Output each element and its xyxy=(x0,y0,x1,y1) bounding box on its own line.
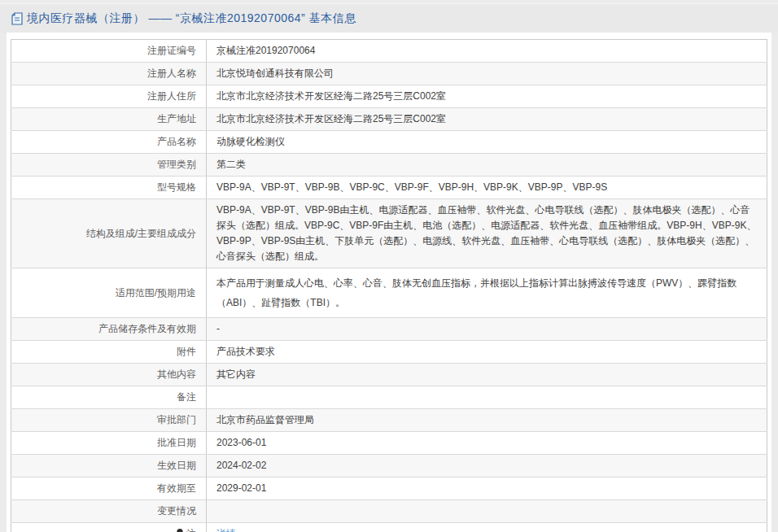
row-label-text: 注册证编号 xyxy=(147,45,196,56)
row-value: 2029-02-01 xyxy=(207,477,767,500)
table-row: 适用范围/预期用途本产品用于测量成人心电、心率、心音、肢体无创血压指标，并根据以… xyxy=(11,268,767,318)
row-label-text: 变更情况 xyxy=(157,505,196,517)
row-value: 北京市北京经济技术开发区经海二路25号三层C002室 xyxy=(207,85,767,108)
row-label: 型号规格 xyxy=(11,177,207,199)
table-row: 审批部门北京市药品监督管理局 xyxy=(11,409,767,432)
table-row: 结构及组成/主要组成成分VBP-9A、VBP-9T、VBP-9B由主机、电源适配… xyxy=(11,199,767,268)
row-value: 2024-02-02 xyxy=(207,455,767,477)
page-title: 境内医疗器械（注册） —— “京械注准20192070064” 基本信息 xyxy=(27,11,356,26)
table-row: 备注 xyxy=(11,386,767,409)
row-label: 生产地址 xyxy=(11,108,207,131)
row-label: 结构及组成/主要组成成分 xyxy=(11,199,207,268)
row-label-text: 注册人住所 xyxy=(147,90,196,102)
row-label-text: 适用范围/预期用途 xyxy=(116,287,196,299)
document-icon xyxy=(11,12,23,25)
row-label: 审批部门 xyxy=(11,409,207,432)
table-row: 生效日期2024-02-02 xyxy=(11,455,767,477)
row-label-text: 其他内容 xyxy=(157,368,196,380)
row-label-text: 型号规格 xyxy=(157,181,196,193)
row-value: 北京市北京经济技术开发区经海二路25号三层C002室 xyxy=(207,108,767,131)
row-value: VBP-9A、VBP-9T、VBP-9B由主机、电源适配器、血压袖带、软件光盘、… xyxy=(207,199,767,268)
row-label: 备注 xyxy=(11,386,207,409)
table-row: 型号规格VBP-9A、VBP-9T、VBP-9B、VBP-9C、VBP-9F、V… xyxy=(11,177,767,199)
row-value: 2023-06-01 xyxy=(207,432,767,455)
row-value: - xyxy=(207,318,767,341)
row-label: 有效期至 xyxy=(11,477,207,500)
page-header: 境内医疗器械（注册） —— “京械注准20192070064” 基本信息 xyxy=(0,3,778,33)
row-value: 第二类 xyxy=(207,154,767,177)
row-value: 北京悦琦创通科技有限公司 xyxy=(207,63,767,85)
row-label: 适用范围/预期用途 xyxy=(11,268,207,318)
row-value: 北京市药品监督管理局 xyxy=(207,409,767,432)
row-label: 产品名称 xyxy=(11,131,207,154)
bulb-icon xyxy=(176,528,184,532)
row-label-text: 注 xyxy=(186,528,196,532)
row-label: 注册人住所 xyxy=(11,85,207,108)
row-label-text: 审批部门 xyxy=(157,414,196,425)
row-label: 附件 xyxy=(11,341,207,364)
row-label: 变更情况 xyxy=(11,500,207,523)
row-label: 其他内容 xyxy=(11,364,207,386)
row-label: 注册人名称 xyxy=(11,63,207,85)
row-value xyxy=(207,500,767,523)
table-row: 产品储存条件及有效期- xyxy=(11,318,767,341)
row-value: 本产品用于测量成人心电、心率、心音、肢体无创血压指标，并根据以上指标计算出脉搏波… xyxy=(207,268,767,318)
content-panel: 注册证编号京械注准20192070064注册人名称北京悦琦创通科技有限公司注册人… xyxy=(7,33,771,532)
row-label: 注册证编号 xyxy=(11,40,207,63)
table-row: 其他内容其它内容 xyxy=(11,364,767,386)
row-label-text: 产品储存条件及有效期 xyxy=(98,323,196,334)
row-label-text: 注册人名称 xyxy=(147,68,196,79)
row-label-text: 备注 xyxy=(177,391,196,403)
row-label-text: 生产地址 xyxy=(157,113,196,124)
table-row: 注册证编号京械注准20192070064 xyxy=(11,40,767,63)
row-label: 生效日期 xyxy=(11,455,207,477)
table-row: 有效期至2029-02-01 xyxy=(11,477,767,500)
table-row: 附件产品技术要求 xyxy=(11,341,767,364)
table-row: 注详情 xyxy=(11,523,767,532)
row-label: 批准日期 xyxy=(11,432,207,455)
row-label: 管理类别 xyxy=(11,154,207,177)
row-value: 京械注准20192070064 xyxy=(207,40,767,63)
row-value: VBP-9A、VBP-9T、VBP-9B、VBP-9C、VBP-9F、VBP-9… xyxy=(207,177,767,199)
table-row: 管理类别第二类 xyxy=(11,154,767,177)
table-row: 注册人名称北京悦琦创通科技有限公司 xyxy=(11,63,767,85)
row-label-text: 产品名称 xyxy=(157,136,196,147)
row-value: 动脉硬化检测仪 xyxy=(207,131,767,154)
row-label-text: 有效期至 xyxy=(157,482,196,494)
table-row: 变更情况 xyxy=(11,500,767,523)
table-row: 批准日期2023-06-01 xyxy=(11,432,767,455)
row-label-text: 管理类别 xyxy=(157,159,196,170)
row-label: 注 xyxy=(11,523,207,532)
table-row: 产品名称动脉硬化检测仪 xyxy=(11,131,767,154)
row-value: 详情 xyxy=(207,523,767,532)
row-label-text: 批准日期 xyxy=(157,437,196,448)
info-table: 注册证编号京械注准20192070064注册人名称北京悦琦创通科技有限公司注册人… xyxy=(11,39,767,532)
details-link[interactable]: 详情 xyxy=(216,528,236,532)
row-label: 产品储存条件及有效期 xyxy=(11,318,207,341)
row-value: 其它内容 xyxy=(207,364,767,386)
row-label-text: 生效日期 xyxy=(157,460,196,471)
row-label-text: 结构及组成/主要组成成分 xyxy=(86,228,196,239)
row-value: 产品技术要求 xyxy=(207,341,767,364)
row-label-text: 附件 xyxy=(177,346,196,357)
page: 境内医疗器械（注册） —— “京械注准20192070064” 基本信息 注册证… xyxy=(0,3,778,532)
table-row: 注册人住所北京市北京经济技术开发区经海二路25号三层C002室 xyxy=(11,85,767,108)
table-row: 生产地址北京市北京经济技术开发区经海二路25号三层C002室 xyxy=(11,108,767,131)
row-value xyxy=(207,386,767,409)
